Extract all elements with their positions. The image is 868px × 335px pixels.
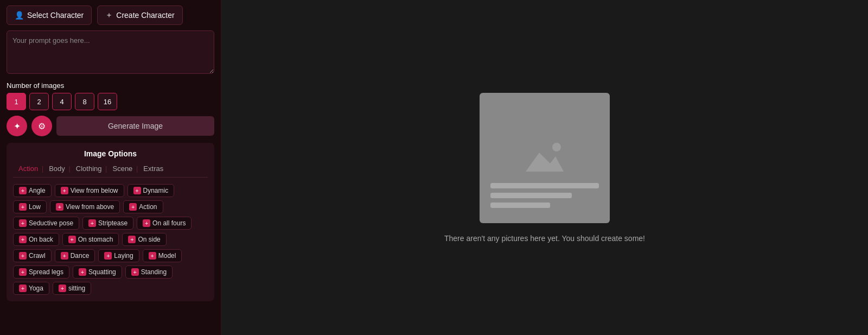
tag-label: Yoga <box>29 285 43 292</box>
tag-plus-icon: + <box>19 203 27 211</box>
tag-label: Striptease <box>98 219 127 227</box>
tag-btn-crawl[interactable]: +Crawl <box>13 249 52 262</box>
placeholder-line-2 <box>490 193 572 198</box>
tag-label: Angle <box>29 187 46 194</box>
tab-action[interactable]: Action <box>13 163 43 174</box>
tag-label: View from below <box>71 187 118 194</box>
tag-btn-action[interactable]: +Action <box>123 200 163 213</box>
tag-btn-on-side[interactable]: +On side <box>122 233 166 246</box>
tag-label: sitting <box>68 285 85 292</box>
tag-btn-dance[interactable]: +Dance <box>55 249 95 262</box>
num-images-4[interactable]: 4 <box>52 93 72 110</box>
tab-scene[interactable]: Scene <box>107 163 138 174</box>
num-images-16[interactable]: 16 <box>98 93 117 110</box>
tag-plus-icon: + <box>88 219 96 227</box>
num-images-2[interactable]: 2 <box>29 93 49 110</box>
tag-plus-icon: + <box>19 252 27 260</box>
tag-label: Dynamic <box>143 187 169 194</box>
tag-btn-dynamic[interactable]: +Dynamic <box>127 184 175 197</box>
tag-label: Model <box>158 252 176 260</box>
select-character-button[interactable]: 👤 Select Character <box>7 5 92 25</box>
tag-label: Squatting <box>88 268 116 276</box>
tag-label: On stomach <box>78 236 113 243</box>
tag-plus-icon: + <box>104 252 112 260</box>
tag-label: View from above <box>66 203 114 211</box>
tag-btn-striptease[interactable]: +Striptease <box>82 217 133 230</box>
tag-plus-icon: + <box>68 236 76 243</box>
tags-grid: +Angle+View from below+Dynamic+Low+View … <box>13 184 208 295</box>
magic-icon: ✦ <box>14 121 21 131</box>
tag-label: Standing <box>141 268 167 276</box>
action-row: ✦ ⚙ Generate Image <box>7 116 214 136</box>
person-icon: 👤 <box>15 11 24 20</box>
image-options-title: Image Options <box>13 149 208 158</box>
tag-plus-icon: + <box>56 203 63 211</box>
top-buttons: 👤 Select Character ＋ Create Character <box>7 5 214 25</box>
settings-icon: ⚙ <box>38 121 46 131</box>
tag-btn-sitting[interactable]: +sitting <box>53 282 91 295</box>
tag-label: Dance <box>71 252 90 260</box>
create-character-label: Create Character <box>116 11 174 20</box>
tag-btn-on-stomach[interactable]: +On stomach <box>62 233 119 246</box>
tag-label: On all fours <box>152 219 186 227</box>
tag-plus-icon: + <box>19 285 27 292</box>
no-pictures-text: There aren't any pictures here yet. You … <box>444 234 645 243</box>
tag-btn-spread-legs[interactable]: +Spread legs <box>13 266 69 279</box>
tag-plus-icon: + <box>131 268 139 276</box>
magic-button[interactable]: ✦ <box>7 116 27 136</box>
tag-btn-model[interactable]: +Model <box>143 249 182 262</box>
tag-plus-icon: + <box>79 268 86 276</box>
tag-plus-icon: + <box>61 252 68 260</box>
tag-plus-icon: + <box>61 187 68 194</box>
num-images-row: 1 2 4 8 16 <box>7 93 214 110</box>
tag-btn-laying[interactable]: +Laying <box>98 249 139 262</box>
tag-btn-view-from-above[interactable]: +View from above <box>50 200 120 213</box>
placeholder-image <box>480 93 610 223</box>
tag-label: Action <box>139 203 157 211</box>
left-panel: 👤 Select Character ＋ Create Character Nu… <box>0 0 221 335</box>
tag-plus-icon: + <box>19 236 27 243</box>
placeholder-line-1 <box>490 183 599 188</box>
tag-btn-on-back[interactable]: +On back <box>13 233 59 246</box>
select-character-label: Select Character <box>27 11 84 20</box>
plus-circle-icon: ＋ <box>105 10 113 20</box>
tag-btn-standing[interactable]: +Standing <box>125 266 173 279</box>
tag-label: Seductive pose <box>29 219 73 227</box>
placeholder-line-3 <box>490 203 550 208</box>
tag-label: Crawl <box>29 252 46 260</box>
tag-plus-icon: + <box>59 285 66 292</box>
tag-label: Low <box>29 203 41 211</box>
num-images-8[interactable]: 8 <box>75 93 94 110</box>
tag-label: Spread legs <box>29 268 63 276</box>
tag-plus-icon: + <box>129 203 137 211</box>
settings-button[interactable]: ⚙ <box>31 116 52 136</box>
tag-btn-squatting[interactable]: +Squatting <box>73 266 122 279</box>
tag-plus-icon: + <box>128 236 136 243</box>
num-images-1[interactable]: 1 <box>7 93 26 110</box>
prompt-input[interactable] <box>7 30 214 74</box>
right-panel: There aren't any pictures here yet. You … <box>221 0 868 335</box>
tag-plus-icon: + <box>133 187 141 194</box>
tag-btn-low[interactable]: +Low <box>13 200 47 213</box>
tag-btn-seductive-pose[interactable]: +Seductive pose <box>13 217 79 230</box>
tag-plus-icon: + <box>19 268 27 276</box>
tag-btn-view-from-below[interactable]: +View from below <box>55 184 124 197</box>
tag-label: Laying <box>114 252 133 260</box>
tab-extras[interactable]: Extras <box>138 163 169 174</box>
tab-clothing[interactable]: Clothing <box>71 163 107 174</box>
tag-btn-yoga[interactable]: +Yoga <box>13 282 49 295</box>
tag-plus-icon: + <box>19 219 27 227</box>
tag-plus-icon: + <box>143 219 150 227</box>
tab-body[interactable]: Body <box>43 163 71 174</box>
tag-plus-icon: + <box>19 187 27 194</box>
tag-btn-angle[interactable]: +Angle <box>13 184 52 197</box>
tag-plus-icon: + <box>149 252 156 260</box>
options-tabs: Action Body Clothing Scene Extras <box>13 163 208 178</box>
tag-btn-on-all-fours[interactable]: +On all fours <box>137 217 192 230</box>
num-images-label: Number of images <box>7 81 214 90</box>
generate-image-button[interactable]: Generate Image <box>56 116 214 136</box>
tag-label: On side <box>138 236 160 243</box>
tag-label: On back <box>29 236 53 243</box>
svg-point-2 <box>552 143 561 151</box>
create-character-button[interactable]: ＋ Create Character <box>97 5 182 25</box>
